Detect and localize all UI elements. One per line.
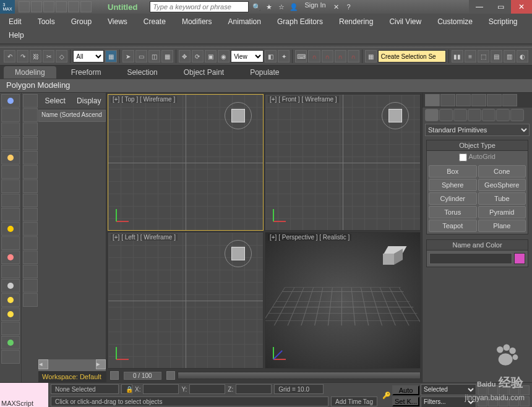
tool2-a[interactable] — [23, 94, 38, 108]
sub-spacewarps[interactable] — [496, 109, 510, 121]
viewcube-left[interactable] — [225, 240, 252, 267]
scene-scrollbar[interactable]: ◂▸ — [38, 359, 106, 371]
viewcube-front[interactable] — [382, 102, 409, 129]
cmd-display-tab[interactable] — [487, 94, 502, 106]
btn-plane[interactable]: Plane — [478, 220, 526, 232]
tool-sun[interactable] — [1, 293, 20, 307]
redo-icon[interactable] — [68, 1, 79, 12]
autokey-button[interactable]: Auto — [392, 385, 419, 395]
ribbon-tab-populate[interactable]: Populate — [239, 66, 290, 79]
viewcube-top[interactable] — [225, 102, 252, 129]
tool-material[interactable] — [1, 137, 20, 150]
tool-omni[interactable] — [1, 307, 20, 321]
menu-group[interactable]: Group — [67, 15, 95, 28]
ribbon-tab-object-paint[interactable]: Object Paint — [173, 66, 235, 79]
menu-help[interactable]: Help — [5, 28, 28, 42]
cmd-motion-tab[interactable] — [471, 94, 486, 106]
maximize-button[interactable]: ▭ — [490, 0, 511, 14]
z-input[interactable] — [236, 384, 272, 394]
redo-button[interactable]: ↷ — [17, 50, 28, 62]
bind-button[interactable]: ◇ — [56, 50, 67, 62]
help-search-input[interactable] — [150, 1, 249, 12]
snap-toggle-button[interactable]: ∩ — [308, 50, 320, 62]
scene-list-header[interactable]: Name (Sorted Ascend — [38, 109, 106, 122]
btn-box[interactable]: Box — [429, 165, 477, 178]
schematic-view-button[interactable]: ▥ — [504, 50, 515, 62]
menu-create[interactable]: Create — [140, 15, 169, 28]
select-object-button[interactable]: ▦ — [105, 50, 117, 62]
object-name-input[interactable] — [429, 253, 512, 264]
viewport-perspective[interactable]: [+] [ Perspective ] [ Realistic ] — [265, 232, 421, 369]
selection-filter-dropdown[interactable]: All — [73, 50, 103, 62]
pivot-button[interactable]: ◧ — [265, 50, 277, 62]
viewport-front[interactable]: [+] [ Front ] [ Wireframe ] — [265, 94, 421, 231]
open-file-icon[interactable] — [31, 1, 42, 12]
viewport-left[interactable]: [+] [ Left ] [ Wireframe ] — [108, 232, 264, 369]
cursor-icon[interactable]: ➤ — [122, 50, 134, 62]
btn-geosphere[interactable]: GeoSphere — [478, 179, 526, 191]
tool-basket[interactable] — [1, 336, 20, 349]
x-input[interactable] — [143, 384, 179, 394]
cmd-hierarchy-tab[interactable] — [456, 94, 471, 106]
angle-snap-button[interactable]: ∩ — [322, 50, 333, 62]
btn-cone[interactable]: Cone — [478, 165, 526, 178]
rotate-button[interactable]: ⟳ — [192, 50, 204, 62]
btn-teapot[interactable]: Teapot — [429, 220, 477, 232]
scene-tab-display[interactable]: Display — [72, 93, 106, 109]
tool-helper[interactable] — [1, 194, 20, 207]
cmd-create-tab[interactable] — [425, 94, 440, 106]
autogrid-checkbox[interactable] — [459, 153, 467, 161]
tool2-d[interactable] — [23, 137, 38, 150]
viewcube-persp[interactable] — [383, 246, 405, 263]
tool2-f[interactable] — [23, 165, 38, 179]
undo-icon[interactable] — [56, 1, 67, 12]
tool-plane[interactable] — [1, 236, 20, 250]
named-selection-button[interactable]: ▦ — [365, 50, 377, 62]
tool2-o[interactable] — [23, 293, 38, 307]
menu-scripting[interactable]: Scripting — [485, 15, 521, 28]
timeline[interactable]: 0 / 100 — [108, 370, 421, 381]
sub-lights[interactable] — [453, 109, 467, 121]
tool2-k[interactable] — [23, 236, 38, 250]
scroll-right[interactable]: ▸ — [96, 359, 106, 369]
ref-coord-dropdown[interactable]: View — [231, 50, 264, 62]
object-type-header[interactable]: Object Type — [427, 140, 528, 151]
menu-modifiers[interactable]: Modifiers — [178, 15, 216, 28]
tool-bone[interactable] — [1, 179, 20, 193]
tool2-h[interactable] — [23, 194, 38, 207]
lock-icon[interactable]: 🔒 — [121, 384, 132, 394]
align-button[interactable]: ≡ — [465, 50, 476, 62]
window-crossing-button[interactable]: ▦ — [161, 50, 173, 62]
mirror-button[interactable]: ▮▮ — [452, 50, 463, 62]
ribbon-tab-selection[interactable]: Selection — [116, 66, 168, 79]
qat-config-icon[interactable] — [80, 1, 92, 12]
percent-snap-button[interactable]: ∩ — [335, 50, 346, 62]
scene-list[interactable] — [38, 122, 106, 359]
sub-systems[interactable] — [510, 109, 524, 121]
cmd-modify-tab[interactable] — [440, 94, 455, 106]
btn-torus[interactable]: Torus — [429, 206, 477, 218]
timeline-prev[interactable] — [110, 371, 119, 380]
menu-rendering[interactable]: Rendering — [335, 15, 377, 28]
tool2-i[interactable] — [23, 208, 38, 221]
maxscript-listener[interactable]: MAXScript — [0, 383, 48, 407]
tool-brush[interactable] — [1, 108, 20, 122]
help-icon[interactable]: ? — [343, 1, 354, 12]
user-icon[interactable]: 👤 — [288, 1, 299, 12]
scene-tab-select[interactable]: Select — [38, 93, 72, 109]
layer-button[interactable]: ⬚ — [478, 50, 489, 62]
tool2-c[interactable] — [23, 122, 38, 136]
primitive-dropdown[interactable]: Standard Primitives — [425, 124, 530, 136]
select-by-name-button[interactable]: ▭ — [135, 50, 147, 62]
menu-customize[interactable]: Customize — [434, 15, 476, 28]
undo-button[interactable]: ↶ — [4, 50, 15, 62]
tool-render[interactable] — [1, 350, 20, 364]
btn-tube[interactable]: Tube — [478, 192, 526, 205]
tool-light[interactable] — [1, 151, 20, 165]
menu-tools[interactable]: Tools — [34, 15, 59, 28]
cmd-utilities-tab[interactable] — [502, 94, 517, 106]
btn-sphere[interactable]: Sphere — [429, 179, 477, 191]
viewport-left-label[interactable]: [+] [ Left ] [ Wireframe ] — [111, 234, 178, 241]
tool-box[interactable] — [1, 265, 20, 278]
placement-button[interactable]: ◉ — [218, 50, 230, 62]
